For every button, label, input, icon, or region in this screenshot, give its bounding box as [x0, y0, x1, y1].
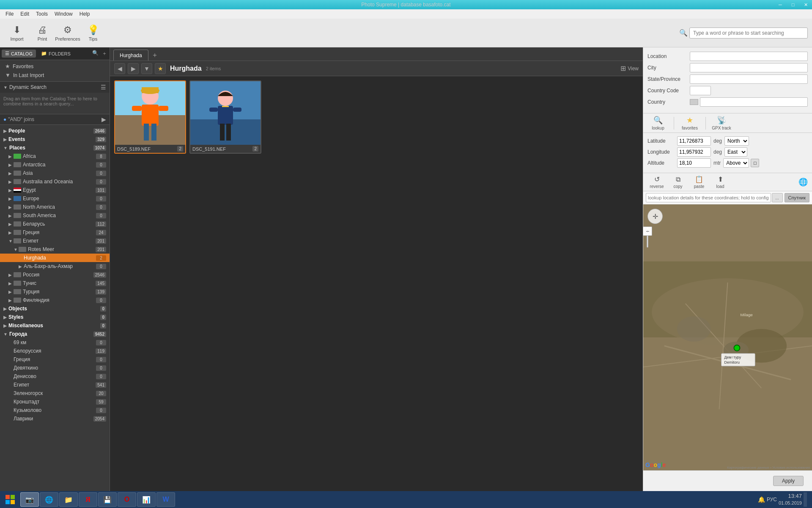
- tree-item-kronstadt[interactable]: Кронштадт 59: [0, 398, 110, 406]
- tree-section-styles[interactable]: ▶ Styles 0: [0, 313, 110, 321]
- preferences-button[interactable]: ⚙ Preferences: [55, 20, 80, 46]
- сputnik-button[interactable]: Спутник: [785, 193, 809, 202]
- taskbar-app-opera[interactable]: O: [118, 492, 136, 507]
- photo-thumb-dsc5191[interactable]: DSC_5191.NEF 2: [189, 80, 261, 154]
- tree-item-gre-city[interactable]: Греция 0: [0, 355, 110, 364]
- tree-item-zelenogorsk[interactable]: Зеленогорск 20: [0, 389, 110, 398]
- tree-section-objects[interactable]: ▶ Objects 0: [0, 304, 110, 313]
- folders-tab[interactable]: 📁 FOLDERS: [38, 50, 74, 58]
- taskbar-app-misc[interactable]: 📊: [137, 492, 156, 507]
- lookup-tool-button[interactable]: 🔍 lookup: [647, 116, 669, 130]
- tree-item-lavriki[interactable]: Лаврики 2054: [0, 414, 110, 423]
- menu-window[interactable]: Window: [51, 10, 76, 18]
- tree-item-antarctica[interactable]: ▶ Antarctica 0: [0, 160, 110, 169]
- state-input[interactable]: [690, 75, 808, 84]
- tips-button[interactable]: 💡 Tips: [80, 20, 106, 46]
- taskbar-app-totalcmd[interactable]: 💾: [98, 492, 117, 507]
- taskbar-app-yandex[interactable]: Я: [79, 492, 97, 507]
- tree-item-hurghada[interactable]: Hurghada 2: [0, 254, 110, 262]
- last-import-item[interactable]: ▼ In Last Import: [3, 71, 106, 80]
- favorites-tool-button[interactable]: ★ favorites: [679, 116, 700, 130]
- geo-extra-button[interactable]: 🌐: [798, 177, 808, 187]
- latitude-direction-select[interactable]: North South: [724, 136, 749, 146]
- map-pan-control[interactable]: ✛: [647, 209, 663, 224]
- menu-file[interactable]: File: [2, 10, 17, 18]
- tree-item-north-america[interactable]: ▶ North America 0: [0, 203, 110, 211]
- reverse-button[interactable]: ↺ reverse: [647, 175, 666, 189]
- catalog-tab[interactable]: ☰ CATALOG: [2, 50, 36, 58]
- taskbar-lang-indicator[interactable]: РУС: [767, 497, 777, 502]
- tree-section-cities[interactable]: ▼ Города 9452: [0, 330, 110, 338]
- tree-section-misc[interactable]: ▶ Miscellaneous 0: [0, 321, 110, 330]
- copy-button[interactable]: ⧉ copy: [669, 176, 687, 189]
- import-button[interactable]: ⬇ Import: [4, 20, 30, 46]
- add-tab-button[interactable]: ＋: [149, 50, 160, 61]
- hurghada-tab[interactable]: Hurghada: [113, 50, 148, 61]
- maximize-button[interactable]: □: [787, 0, 799, 9]
- dynamic-search-options-icon[interactable]: ☰: [101, 84, 106, 91]
- search-input[interactable]: [689, 28, 808, 39]
- tree-item-asia[interactable]: ▶ Asia 0: [0, 169, 110, 177]
- tree-section-people[interactable]: ▶ People 2646: [0, 127, 110, 135]
- paste-button[interactable]: 📋 paste: [690, 175, 708, 189]
- filter-button[interactable]: ▼: [141, 63, 152, 74]
- panel-add-icon[interactable]: ＋: [101, 49, 108, 58]
- tree-item-finland[interactable]: ▶ Финляндия 0: [0, 296, 110, 304]
- taskbar-app-explorer[interactable]: 📁: [59, 492, 78, 507]
- longitude-direction-select[interactable]: East West: [724, 147, 747, 157]
- print-button[interactable]: 🖨 Print: [30, 20, 55, 46]
- tree-item-devyatkino[interactable]: Девяткино 0: [0, 364, 110, 372]
- navigate-back-button[interactable]: ◀: [114, 63, 125, 74]
- taskbar-app-ie[interactable]: 🌐: [40, 492, 58, 507]
- latitude-input[interactable]: [677, 136, 711, 146]
- joins-play-button[interactable]: ▶: [102, 116, 106, 123]
- map-container[interactable]: Дем↑туру Demitoru Milage ✛ + − Google Ка…: [643, 204, 812, 470]
- navigate-forward-button[interactable]: ▶: [128, 63, 139, 74]
- photo-thumb-dsc5189[interactable]: DSC_5189.NEF 2: [114, 80, 186, 154]
- tree-item-australia[interactable]: ▶ Australia and Oceania 0: [0, 177, 110, 186]
- start-button[interactable]: [2, 492, 19, 507]
- tree-item-egypt-c[interactable]: ▼ Египет 201: [0, 237, 110, 245]
- tree-item-europe[interactable]: ▶ Europe 0: [0, 194, 110, 203]
- menu-help[interactable]: Help: [76, 10, 93, 18]
- taskbar-show-desktop[interactable]: [804, 492, 807, 507]
- altitude-extra-button[interactable]: □: [751, 159, 759, 167]
- menu-tools[interactable]: Tools: [33, 10, 51, 18]
- dynamic-search-header[interactable]: ▼ Dynamic Search ☰: [0, 82, 110, 93]
- lookup-lang-button[interactable]: ...: [772, 193, 783, 202]
- tree-item-egypt[interactable]: ▶ Egypt 101: [0, 186, 110, 194]
- tree-item-greece-c[interactable]: ▶ Греция 24: [0, 228, 110, 237]
- favorites-item[interactable]: ★ Favorites: [3, 62, 106, 71]
- load-button[interactable]: ⬆ load: [711, 175, 730, 189]
- country-code-input[interactable]: [690, 86, 711, 95]
- tree-item-kuzmolovo[interactable]: Кузьмолово 0: [0, 406, 110, 414]
- altitude-input[interactable]: [677, 158, 711, 168]
- panel-search-icon[interactable]: 🔍: [91, 49, 99, 58]
- close-button[interactable]: ✕: [799, 0, 812, 9]
- tree-item-alf-bakhr[interactable]: ▶ Аль-Бахр-аль-Ахмар 0: [0, 262, 110, 271]
- tree-item-belarus[interactable]: ▶ Беларусь 112: [0, 220, 110, 228]
- taskbar-app-photo-supreme[interactable]: 📷: [20, 492, 39, 507]
- tree-item-russia[interactable]: ▶ Россия 2546: [0, 271, 110, 279]
- taskbar-notification-icon[interactable]: 🔔: [758, 496, 765, 503]
- tree-item-denisovo[interactable]: Денисово 0: [0, 372, 110, 381]
- gpx-track-tool-button[interactable]: 📡 GPX track: [711, 116, 732, 130]
- star-button[interactable]: ★: [155, 63, 166, 74]
- tree-section-events[interactable]: ▶ Events 329: [0, 135, 110, 144]
- apply-button[interactable]: Apply: [773, 476, 804, 486]
- menu-edit[interactable]: Edit: [17, 10, 33, 18]
- lookup-input[interactable]: [646, 193, 771, 202]
- city-input[interactable]: [690, 63, 808, 72]
- tree-item-69km[interactable]: 69 км 0: [0, 338, 110, 347]
- tree-item-egypt-city[interactable]: Египет 541: [0, 381, 110, 389]
- tree-item-africa[interactable]: ▶ Africa 8: [0, 152, 110, 160]
- longitude-input[interactable]: [677, 147, 711, 157]
- tree-item-south-america[interactable]: ▶ South America 0: [0, 211, 110, 220]
- tree-section-places[interactable]: ▼ Places 1074: [0, 144, 110, 152]
- zoom-out-button[interactable]: −: [643, 226, 652, 236]
- location-input[interactable]: [690, 52, 808, 61]
- taskbar-app-word[interactable]: W: [156, 492, 175, 507]
- minimize-button[interactable]: ─: [774, 0, 787, 9]
- view-button[interactable]: ⊞ View: [620, 64, 639, 72]
- tree-item-rotes-meer[interactable]: ▼ Rotes Meer 201: [0, 245, 110, 254]
